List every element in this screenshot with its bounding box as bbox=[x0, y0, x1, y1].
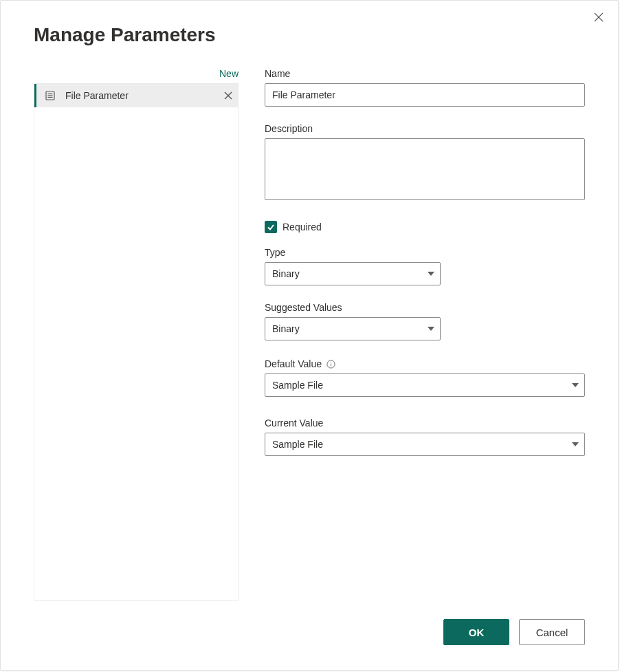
suggested-values-label: Suggested Values bbox=[265, 302, 585, 313]
default-value-dropdown[interactable]: Sample File bbox=[265, 373, 585, 397]
svg-marker-8 bbox=[428, 272, 434, 276]
new-parameter-link[interactable]: New bbox=[34, 65, 239, 83]
current-value-dropdown[interactable]: Sample File bbox=[265, 433, 585, 456]
type-label: Type bbox=[265, 247, 585, 258]
chevron-down-icon bbox=[572, 439, 579, 450]
suggested-values-dropdown[interactable]: Binary bbox=[265, 317, 441, 340]
chevron-down-icon bbox=[428, 268, 434, 279]
name-input[interactable] bbox=[265, 83, 585, 107]
manage-parameters-dialog: Manage Parameters New File Parameter bbox=[0, 0, 619, 671]
description-textarea[interactable] bbox=[265, 138, 585, 200]
svg-marker-14 bbox=[572, 442, 579, 446]
default-value-label: Default Value bbox=[265, 358, 322, 369]
chevron-down-icon bbox=[428, 323, 434, 334]
current-value-value: Sample File bbox=[272, 439, 323, 450]
required-label: Required bbox=[283, 221, 322, 232]
ok-button[interactable]: OK bbox=[443, 619, 509, 645]
delete-parameter-icon[interactable] bbox=[219, 86, 238, 105]
cancel-button[interactable]: Cancel bbox=[519, 619, 585, 645]
type-value: Binary bbox=[272, 268, 300, 279]
required-checkbox[interactable]: Required bbox=[265, 221, 585, 233]
info-icon bbox=[326, 359, 335, 369]
close-icon[interactable] bbox=[592, 10, 606, 24]
parameter-list-item[interactable]: File Parameter bbox=[34, 84, 238, 107]
dialog-title: Manage Parameters bbox=[34, 24, 216, 46]
svg-marker-9 bbox=[428, 327, 434, 331]
svg-marker-13 bbox=[572, 383, 579, 387]
parameter-icon bbox=[42, 89, 58, 102]
description-label: Description bbox=[265, 123, 585, 134]
type-dropdown[interactable]: Binary bbox=[265, 262, 441, 285]
name-label: Name bbox=[265, 68, 585, 79]
suggested-values-value: Binary bbox=[272, 323, 300, 334]
parameter-list: File Parameter bbox=[34, 83, 239, 601]
chevron-down-icon bbox=[572, 380, 579, 391]
checkbox-checked-icon bbox=[265, 221, 277, 233]
current-value-label: Current Value bbox=[265, 418, 585, 429]
svg-point-12 bbox=[330, 362, 331, 362]
default-value-value: Sample File bbox=[272, 380, 323, 391]
parameter-item-label: File Parameter bbox=[65, 90, 219, 101]
